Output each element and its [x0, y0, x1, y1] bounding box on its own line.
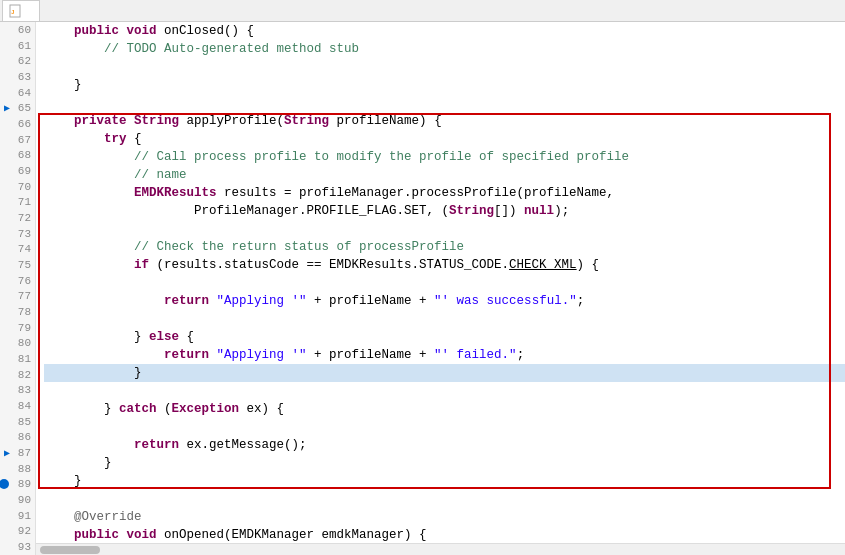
line-number: 64 — [11, 87, 31, 99]
line-number: 81 — [11, 353, 31, 365]
horizontal-scrollbar[interactable] — [36, 543, 845, 555]
gutter-row: 77 — [0, 288, 35, 304]
token — [44, 438, 134, 452]
code-line: // Check the return status of processPro… — [44, 238, 845, 256]
code-line: } else { — [44, 328, 845, 346]
token — [44, 132, 104, 146]
gutter-row: 90 — [0, 492, 35, 508]
code-line: private String applyProfile(String profi… — [44, 112, 845, 130]
token: "' was successful." — [434, 294, 577, 308]
line-number: 89 — [11, 478, 31, 490]
token: profileName) { — [329, 114, 442, 128]
line-number: 79 — [11, 322, 31, 334]
token: try — [104, 132, 127, 146]
code-line: public void onOpened(EMDKManager emdkMan… — [44, 526, 845, 544]
token: String — [134, 114, 179, 128]
token — [44, 42, 104, 56]
code-line: return "Applying '" + profileName + "' f… — [44, 346, 845, 364]
token: } — [44, 78, 82, 92]
gutter-row: 74 — [0, 241, 35, 257]
gutter-row: 91 — [0, 508, 35, 524]
line-number: 62 — [11, 55, 31, 67]
gutter-row: 81 — [0, 351, 35, 367]
code-line — [44, 382, 845, 400]
token: results = profileManager.processProfile(… — [217, 186, 615, 200]
token: return — [164, 294, 209, 308]
line-number: 61 — [11, 40, 31, 52]
token: "Applying '" — [217, 348, 307, 362]
gutter-row: 67 — [0, 132, 35, 148]
gutter: 6061626364▶65666768697071727374757677787… — [0, 22, 36, 555]
gutter-row: 86 — [0, 429, 35, 445]
gutter-row: 69 — [0, 163, 35, 179]
gutter-row: 82 — [0, 367, 35, 383]
code-line: ProfileManager.PROFILE_FLAG.SET, (String… — [44, 202, 845, 220]
code-line: } — [44, 472, 845, 490]
token — [44, 24, 74, 38]
token: Exception — [172, 402, 240, 416]
token: { — [179, 330, 194, 344]
line-number: 73 — [11, 228, 31, 240]
token: null — [524, 204, 554, 218]
token: void — [127, 528, 157, 542]
token — [44, 510, 74, 524]
line-number: 75 — [11, 259, 31, 271]
token — [44, 240, 134, 254]
gutter-row: 84 — [0, 398, 35, 414]
gutter-row: 79 — [0, 320, 35, 336]
gutter-row: 89 — [0, 476, 35, 492]
token: // Check the return status of processPro… — [134, 240, 464, 254]
gutter-row: 64 — [0, 85, 35, 101]
token: } — [44, 330, 149, 344]
code-line — [44, 94, 845, 112]
token — [209, 348, 217, 362]
line-number: 66 — [11, 118, 31, 130]
line-number: 90 — [11, 494, 31, 506]
token: (results.statusCode == EMDKResults.STATU… — [149, 258, 509, 272]
code-line: // name — [44, 166, 845, 184]
token: public — [74, 24, 119, 38]
line-number: 78 — [11, 306, 31, 318]
token — [127, 114, 135, 128]
line-number: 72 — [11, 212, 31, 224]
token: public — [74, 528, 119, 542]
line-number: 60 — [11, 24, 31, 36]
token — [119, 528, 127, 542]
gutter-row: ▶87 — [0, 445, 35, 461]
token: String — [449, 204, 494, 218]
token: return — [134, 438, 179, 452]
editor: 6061626364▶65666768697071727374757677787… — [0, 22, 845, 555]
token: else — [149, 330, 179, 344]
line-number: 93 — [11, 541, 31, 553]
token: } — [44, 474, 82, 488]
token — [44, 168, 134, 182]
line-number: 71 — [11, 196, 31, 208]
token: catch — [119, 402, 157, 416]
code-area[interactable]: public void onClosed() { // TODO Auto-ge… — [36, 22, 845, 555]
gutter-row: 78 — [0, 304, 35, 320]
gutter-row: 85 — [0, 414, 35, 430]
line-number: 83 — [11, 384, 31, 396]
code-line — [44, 418, 845, 436]
code-line — [44, 58, 845, 76]
line-number: 65 — [11, 102, 31, 114]
token: []) — [494, 204, 524, 218]
token: // Call process profile to modify the pr… — [134, 150, 629, 164]
code-line — [44, 490, 845, 508]
breakpoint-dot — [0, 479, 9, 489]
code-line: // Call process profile to modify the pr… — [44, 148, 845, 166]
gutter-row: 88 — [0, 461, 35, 477]
token: ( — [157, 402, 172, 416]
gutter-row: 73 — [0, 226, 35, 242]
code-line: return ex.getMessage(); — [44, 436, 845, 454]
token: { — [127, 132, 142, 146]
token: ex) { — [239, 402, 284, 416]
gutter-row: 75 — [0, 257, 35, 273]
gutter-row: 61 — [0, 38, 35, 54]
scrollbar-thumb[interactable] — [40, 546, 100, 554]
token: // name — [134, 168, 187, 182]
file-tab[interactable]: J — [2, 0, 40, 21]
token: onClosed() { — [157, 24, 255, 38]
token: // TODO Auto-generated method stub — [104, 42, 359, 56]
gutter-row: 71 — [0, 194, 35, 210]
